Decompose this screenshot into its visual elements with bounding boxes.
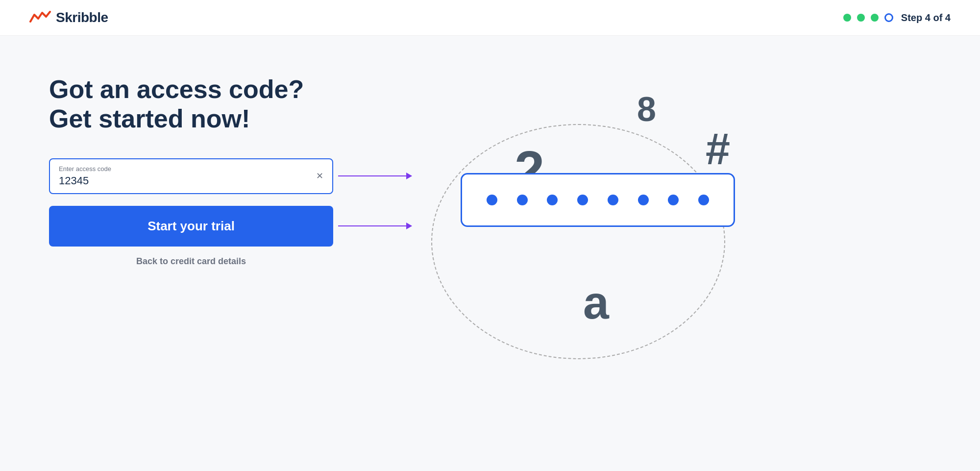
access-code-input[interactable] bbox=[59, 174, 308, 187]
input-label: Enter access code bbox=[59, 165, 308, 173]
heading-line2: Get started now! bbox=[49, 104, 250, 133]
deco-char-hash: # bbox=[706, 124, 730, 174]
skribble-logo-icon bbox=[29, 10, 51, 25]
logo-text: Skribble bbox=[56, 10, 108, 25]
access-code-field[interactable]: Enter access code bbox=[49, 158, 333, 194]
main-content: Got an access code? Get started now! Ent… bbox=[0, 36, 980, 447]
heading-line1: Got an access code? bbox=[49, 75, 304, 103]
start-trial-button[interactable]: Start your trial bbox=[49, 206, 333, 247]
pwd-dot-8 bbox=[698, 195, 709, 205]
right-decorative-panel: 8 2 # a bbox=[431, 75, 951, 418]
step-dot-1 bbox=[843, 14, 851, 22]
pwd-dot-2 bbox=[517, 195, 528, 205]
deco-char-8: 8 bbox=[637, 90, 656, 129]
button-arrow-annotation bbox=[338, 225, 412, 226]
pwd-dot-3 bbox=[547, 195, 558, 205]
page-heading: Got an access code? Get started now! bbox=[49, 75, 402, 134]
pwd-dot-4 bbox=[577, 195, 588, 205]
decoration-container: 8 2 # a bbox=[431, 75, 951, 418]
pwd-dot-7 bbox=[668, 195, 679, 205]
step-dot-4 bbox=[884, 13, 893, 22]
pwd-dot-1 bbox=[487, 195, 497, 205]
start-trial-label: Start your trial bbox=[147, 219, 235, 234]
back-to-credit-card-link[interactable]: Back to credit card details bbox=[49, 256, 333, 267]
left-panel: Got an access code? Get started now! Ent… bbox=[49, 75, 402, 267]
trial-button-wrapper: Start your trial bbox=[49, 206, 333, 247]
deco-char-a: a bbox=[583, 276, 609, 329]
dashed-circle-decoration bbox=[431, 124, 725, 359]
clear-input-button[interactable]: ✕ bbox=[314, 170, 325, 182]
step-label: Step 4 of 4 bbox=[901, 12, 951, 24]
pwd-dot-6 bbox=[638, 195, 649, 205]
logo-area: Skribble bbox=[29, 10, 108, 25]
pwd-dot-5 bbox=[608, 195, 618, 205]
step-dot-3 bbox=[871, 14, 879, 22]
password-field-illustration bbox=[461, 173, 735, 227]
input-arrow-annotation bbox=[338, 175, 412, 176]
step-dot-2 bbox=[857, 14, 865, 22]
access-code-input-wrapper: Enter access code ✕ bbox=[49, 158, 333, 194]
header: Skribble Step 4 of 4 bbox=[0, 0, 980, 36]
step-indicator: Step 4 of 4 bbox=[843, 12, 951, 24]
